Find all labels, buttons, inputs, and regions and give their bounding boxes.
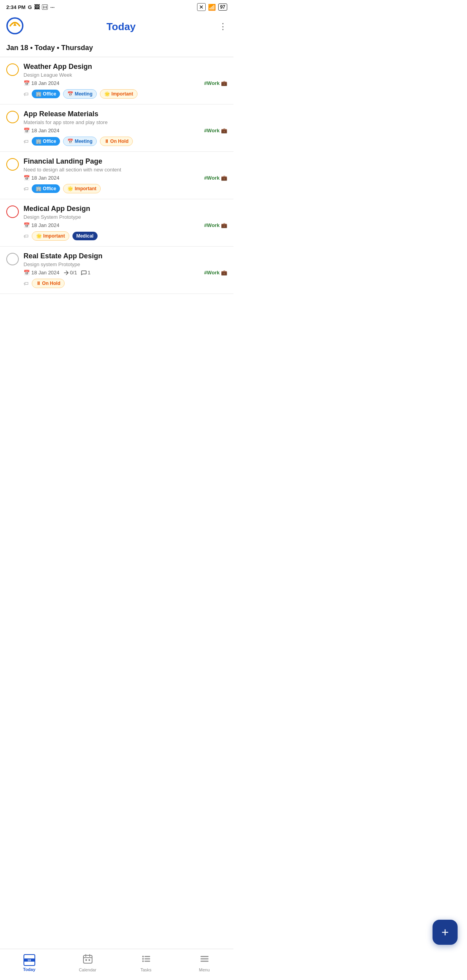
task-category: #Work 💼 (204, 222, 227, 228)
task-content: Weather App Design Design League Week 📅 … (24, 63, 227, 99)
calendar-icon: 📅 (24, 175, 30, 181)
status-bar: 2:34 PM G 🖼 i·i ··· ✕ 📶 97 (0, 0, 233, 14)
app-logo (6, 17, 24, 36)
task-item[interactable]: Medical App Design Design System Prototy… (0, 199, 233, 247)
task-meta-row: 📅 18 Jan 2024 0/1 1 #Work 💼 (24, 270, 227, 276)
comment-stat: 1 (81, 270, 91, 276)
task-content: Real Estate App Design Design system Pro… (24, 252, 227, 288)
task-title: Weather App Design (24, 63, 227, 71)
task-tags: 🏷 ⏸ On Hold (24, 279, 227, 288)
tag-icon: 🏷 (24, 186, 29, 192)
task-completion-circle[interactable] (6, 111, 19, 123)
task-item[interactable]: Financial Landing Page Need to design al… (0, 152, 233, 199)
task-list: Weather App Design Design League Week 📅 … (0, 57, 233, 294)
status-photo-icon: 🖼 (34, 4, 40, 10)
calendar-icon: 📅 (24, 270, 30, 276)
task-completion-circle[interactable] (6, 63, 19, 76)
tag-meeting: 📅 Meeting (63, 89, 97, 99)
task-stats: 0/1 1 (63, 270, 91, 276)
more-options-button[interactable]: ⋮ (219, 22, 227, 32)
task-subtitle: Materials for app store and play store (24, 119, 227, 125)
task-completion-circle[interactable] (6, 158, 19, 171)
task-tags: 🏷 🏢 Office🌟 Important (24, 184, 227, 193)
task-item[interactable]: App Release Materials Materials for app … (0, 104, 233, 152)
task-tags: 🏷 🏢 Office📅 Meeting⏸ On Hold (24, 137, 227, 146)
tag-meeting: 📅 Meeting (63, 137, 97, 146)
task-subtitle: Design System Prototype (24, 214, 227, 220)
task-subtitle: Need to design all section with new cont… (24, 167, 227, 173)
tag-icon: 🏷 (24, 139, 29, 144)
wifi-icon: 📶 (208, 4, 216, 11)
task-tags: 🏷 🏢 Office📅 Meeting🌟 Important (24, 89, 227, 99)
status-extra-icon: i·i (42, 4, 48, 10)
tag-medical: Medical (72, 232, 98, 240)
tag-office: 🏢 Office (32, 90, 60, 98)
task-date: 📅 18 Jan 2024 (24, 270, 60, 276)
task-subtitle: Design system Prototype (24, 261, 227, 267)
task-title: Real Estate App Design (24, 252, 227, 260)
tag-important: 🌟 Important (32, 231, 69, 241)
status-g-icon: G (28, 4, 32, 10)
task-date: 📅 18 Jan 2024 (24, 175, 60, 181)
task-completion-circle[interactable] (6, 253, 19, 265)
close-icon: ✕ (197, 3, 206, 11)
calendar-icon: 📅 (24, 80, 30, 86)
tag-important: 🌟 Important (63, 184, 101, 193)
main-content: Jan 18 • Today • Thursday Weather App De… (0, 41, 233, 329)
tag-onhold: ⏸ On Hold (100, 137, 133, 146)
tag-important: 🌟 Important (100, 89, 138, 99)
tag-icon: 🏷 (24, 91, 29, 97)
task-date: 📅 18 Jan 2024 (24, 80, 60, 86)
app-header: Today ⋮ (0, 14, 233, 41)
time-text: 2:34 PM (6, 4, 25, 10)
task-date: 📅 18 Jan 2024 (24, 128, 60, 133)
tag-icon: 🏷 (24, 233, 29, 239)
status-time: 2:34 PM G 🖼 i·i ··· (6, 4, 54, 10)
page-title: Today (107, 21, 136, 33)
task-content: Medical App Design Design System Prototy… (24, 205, 227, 241)
task-completion-circle[interactable] (6, 205, 19, 218)
date-header: Jan 18 • Today • Thursday (0, 41, 233, 57)
task-date: 📅 18 Jan 2024 (24, 222, 60, 228)
task-meta-row: 📅 18 Jan 2024 #Work 💼 (24, 128, 227, 133)
task-item[interactable]: Real Estate App Design Design system Pro… (0, 247, 233, 294)
task-tags: 🏷 🌟 ImportantMedical (24, 231, 227, 241)
task-title: Medical App Design (24, 205, 227, 213)
tag-icon: 🏷 (24, 281, 29, 286)
status-right: ✕ 📶 97 (197, 3, 227, 11)
task-content: App Release Materials Materials for app … (24, 110, 227, 146)
task-meta-row: 📅 18 Jan 2024 #Work 💼 (24, 80, 227, 86)
task-category: #Work 💼 (204, 175, 227, 181)
task-title: Financial Landing Page (24, 157, 227, 166)
calendar-icon: 📅 (24, 128, 30, 133)
task-category: #Work 💼 (204, 80, 227, 86)
calendar-icon: 📅 (24, 222, 30, 228)
task-item[interactable]: Weather App Design Design League Week 📅 … (0, 57, 233, 104)
task-content: Financial Landing Page Need to design al… (24, 157, 227, 193)
task-subtitle: Design League Week (24, 72, 227, 78)
task-title: App Release Materials (24, 110, 227, 118)
status-dots-icon: ··· (50, 4, 54, 10)
subtask-stat: 0/1 (63, 270, 77, 276)
tag-onhold: ⏸ On Hold (32, 279, 65, 288)
tag-office: 🏢 Office (32, 137, 60, 146)
tag-office: 🏢 Office (32, 184, 60, 193)
battery-indicator: 97 (218, 4, 227, 11)
task-meta-row: 📅 18 Jan 2024 #Work 💼 (24, 175, 227, 181)
task-category: #Work 💼 (204, 270, 227, 276)
task-meta-row: 📅 18 Jan 2024 #Work 💼 (24, 222, 227, 228)
task-category: #Work 💼 (204, 128, 227, 133)
